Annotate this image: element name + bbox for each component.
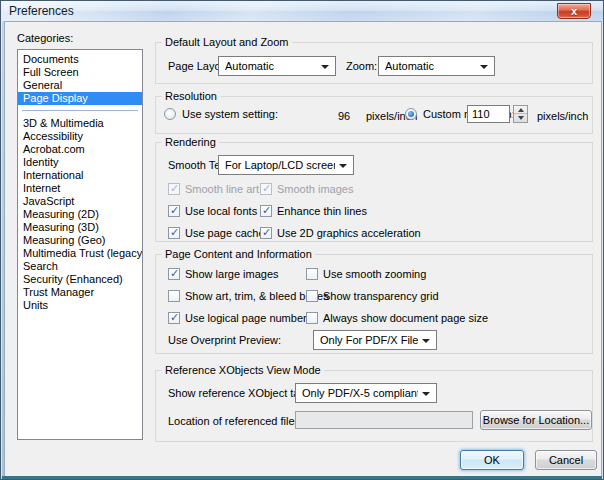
sidebar-item-documents[interactable]: Documents (18, 53, 142, 66)
sidebar-item-security-enhanced[interactable]: Security (Enhanced) (18, 273, 142, 286)
sidebar-item-full-screen[interactable]: Full Screen (18, 66, 142, 79)
chevron-down-icon (339, 164, 347, 168)
checkbox-label: Smooth line art (185, 183, 259, 195)
checkbox-smooth-line-art[interactable]: Smooth line art (168, 183, 259, 195)
ok-button[interactable]: OK (460, 450, 524, 470)
sidebar-item-multimedia-trust-legacy[interactable]: Multimedia Trust (legacy) (18, 247, 142, 260)
checkbox-enhance-thin-lines[interactable]: Enhance thin lines (260, 205, 367, 217)
checkbox-always-show-document-page-size[interactable]: Always show document page size (306, 312, 488, 324)
checkbox-use-logical-page-numbers[interactable]: Use logical page numbers (168, 312, 312, 324)
sidebar-item-identity[interactable]: Identity (18, 156, 142, 169)
custom-resolution-input[interactable] (467, 105, 510, 123)
sidebar-item-units[interactable]: Units (18, 299, 142, 312)
categories-list[interactable]: DocumentsFull ScreenGeneralPage Display3… (17, 49, 143, 440)
custom-resolution-stepper[interactable] (513, 105, 528, 123)
radio-icon (405, 108, 417, 120)
close-button[interactable]: x (557, 3, 591, 19)
checkbox-label: Use local fonts (185, 205, 257, 217)
window-title: Preferences (9, 4, 74, 18)
group-reference-xobjects: Reference XObjects View Mode Show refere… (155, 370, 593, 442)
spin-down-icon[interactable] (514, 114, 527, 122)
browse-button-label: Browse for Location... (483, 414, 589, 426)
cancel-button-label: Cancel (549, 454, 583, 466)
checkbox-icon (168, 312, 180, 324)
zoom-value: Automatic (385, 60, 434, 72)
checkbox-smooth-images[interactable]: Smooth images (260, 183, 353, 195)
sidebar-item-page-display[interactable]: Page Display (18, 92, 142, 105)
group-title-default-layout-zoom: Default Layout and Zoom (162, 36, 292, 48)
radio-icon (164, 108, 176, 120)
smooth-text-select[interactable]: For Laptop/LCD screens (218, 155, 354, 175)
checkbox-use-local-fonts[interactable]: Use local fonts (168, 205, 257, 217)
checkbox-show-art-trim-bleed-boxes[interactable]: Show art, trim, & bleed boxes (168, 290, 329, 302)
checkbox-icon (306, 268, 318, 280)
zoom-label: Zoom: (346, 60, 377, 72)
checkbox-use-page-cache[interactable]: Use page cache (168, 227, 265, 239)
page-layout-value: Automatic (225, 60, 274, 72)
sidebar-item-internet[interactable]: Internet (18, 182, 142, 195)
preferences-dialog: Preferences x Categories: DocumentsFull … (0, 0, 604, 480)
sidebar-item-search[interactable]: Search (18, 260, 142, 273)
sidebar-item-measuring-2d[interactable]: Measuring (2D) (18, 208, 142, 221)
referenced-files-location-label: Location of referenced files: (168, 415, 303, 427)
sidebar-item-measuring-geo[interactable]: Measuring (Geo) (18, 234, 142, 247)
sidebar-item-acrobat-com[interactable]: Acrobat.com (18, 143, 142, 156)
checkbox-icon (168, 205, 180, 217)
checkbox-label: Use page cache (185, 227, 265, 239)
checkbox-label: Use smooth zooming (323, 268, 426, 280)
system-resolution-value: 96 (338, 110, 350, 122)
checkbox-label: Enhance thin lines (277, 205, 367, 217)
checkbox-label: Use logical page numbers (185, 312, 312, 324)
dialog-body: Categories: DocumentsFull ScreenGeneralP… (4, 21, 602, 478)
sidebar-item-measuring-3d[interactable]: Measuring (3D) (18, 221, 142, 234)
ok-button-label: OK (484, 454, 500, 466)
group-default-layout-zoom: Default Layout and Zoom Page Layout: Aut… (155, 42, 593, 84)
referenced-files-location-input[interactable] (295, 411, 473, 429)
checkbox-label: Always show document page size (323, 312, 488, 324)
radio-label: Use system setting: (182, 108, 278, 120)
close-icon: x (571, 5, 577, 17)
smooth-text-value: For Laptop/LCD screens (225, 159, 335, 171)
checkbox-icon (260, 227, 272, 239)
group-title-rendering: Rendering (162, 136, 219, 148)
checkbox-icon (260, 205, 272, 217)
overprint-preview-select[interactable]: Only For PDF/X Files (313, 330, 437, 350)
sidebar-item-general[interactable]: General (18, 79, 142, 92)
sidebar-item-trust-manager[interactable]: Trust Manager (18, 286, 142, 299)
browse-for-location-button[interactable]: Browse for Location... (480, 410, 592, 430)
sidebar-item-3d-multimedia[interactable]: 3D & Multimedia (18, 117, 142, 130)
page-layout-select[interactable]: Automatic (218, 56, 336, 76)
checkbox-label: Smooth images (277, 183, 353, 195)
group-resolution: Resolution Use system setting: 96 pixels… (155, 96, 593, 134)
chevron-down-icon (480, 65, 488, 69)
checkbox-icon (168, 227, 180, 239)
group-title-page-content: Page Content and Information (162, 248, 315, 260)
checkbox-label: Use 2D graphics acceleration (277, 227, 421, 239)
sidebar-item-javascript[interactable]: JavaScript (18, 195, 142, 208)
checkbox-use-smooth-zooming[interactable]: Use smooth zooming (306, 268, 426, 280)
checkbox-icon (306, 290, 318, 302)
radio-use-system-setting[interactable]: Use system setting: (164, 108, 278, 120)
xobject-targets-select[interactable]: Only PDF/X-5 compliant ones (295, 383, 437, 403)
checkbox-show-large-images[interactable]: Show large images (168, 268, 279, 280)
checkbox-icon (168, 290, 180, 302)
custom-resolution-unit: pixels/inch (537, 110, 588, 122)
zoom-select[interactable]: Automatic (378, 56, 495, 76)
checkbox-icon (168, 268, 180, 280)
checkbox-show-transparency-grid[interactable]: Show transparency grid (306, 290, 439, 302)
group-rendering: Rendering Smooth Text: For Laptop/LCD sc… (155, 142, 593, 242)
chevron-down-icon (422, 392, 430, 396)
group-title-resolution: Resolution (162, 90, 220, 102)
cancel-button[interactable]: Cancel (535, 450, 597, 470)
spin-up-icon[interactable] (514, 106, 527, 114)
overprint-preview-label: Use Overprint Preview: (168, 334, 281, 346)
xobject-targets-value: Only PDF/X-5 compliant ones (302, 387, 418, 399)
chevron-down-icon (422, 339, 430, 343)
title-bar[interactable]: Preferences x (1, 1, 603, 21)
sidebar-item-international[interactable]: International (18, 169, 142, 182)
categories-label: Categories: (17, 32, 73, 44)
sidebar-item-accessibility[interactable]: Accessibility (18, 130, 142, 143)
checkbox-use-2d-graphics-acceleration[interactable]: Use 2D graphics acceleration (260, 227, 421, 239)
overprint-preview-value: Only For PDF/X Files (320, 334, 418, 346)
checkbox-icon (260, 183, 272, 195)
